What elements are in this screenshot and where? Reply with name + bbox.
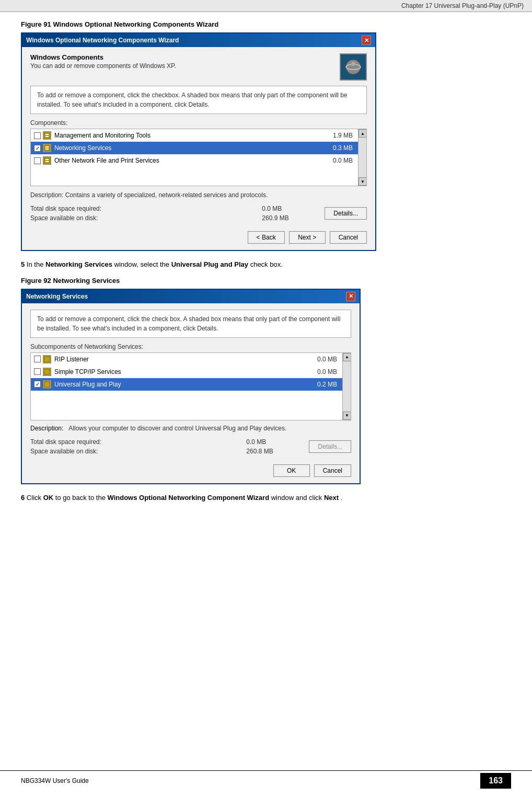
figure91-total-disk-value: 0.0 MB <box>262 205 314 212</box>
figure92-space-value: 260.8 MB <box>246 448 298 455</box>
step6-text3: window and click <box>271 494 324 502</box>
component-item-rip[interactable]: RIP Listener 0.0 MB <box>31 353 351 366</box>
figure92-total-disk-label: Total disk space required: <box>30 438 246 446</box>
figure91-cancel-button[interactable]: Cancel <box>330 231 367 244</box>
figure92-total-disk-value: 0.0 MB <box>246 438 298 446</box>
figure91-titlebar: Windows Optional Networking Components W… <box>22 33 375 47</box>
figure92-body: To add or remove a component, click the … <box>22 303 360 483</box>
figure92-titlebar: Networking Services ✕ <box>22 290 360 303</box>
component-icon-management <box>43 131 51 140</box>
component-checkbox-management[interactable] <box>34 132 41 139</box>
step5-text2: window, select the <box>114 260 171 268</box>
figure92-desc-text: Allows your computer to discover and con… <box>68 425 286 432</box>
step5-text1: In the <box>27 260 45 268</box>
figure91-components-list: Management and Monitoring Tools 1.9 MB ✓… <box>30 129 367 186</box>
component-size-management: 1.9 MB <box>333 132 353 139</box>
component-size-upnp: 0.2 MB <box>317 381 337 388</box>
figure92-ok-button[interactable]: OK <box>273 464 310 477</box>
component-icon-upnp <box>43 380 51 389</box>
step6-text: 6 Click OK to go back to the Windows Opt… <box>21 493 511 504</box>
figure92-details-button[interactable]: Details... <box>309 440 351 453</box>
figure91-title: Windows Optional Networking Components W… <box>26 37 179 44</box>
component-name-tcpip: Simple TCP/IP Services <box>54 368 317 375</box>
figure92-space-label: Space available on disk: <box>30 448 246 455</box>
component-checkbox-other[interactable] <box>34 157 41 164</box>
svg-rect-3 <box>44 133 50 138</box>
figure92-desc-row: Description: Allows your computer to dis… <box>30 425 351 432</box>
figure91-disk-info-row1: Total disk space required: 0.0 MB <box>30 205 314 212</box>
figure91-components-label: Components: <box>30 119 367 127</box>
figure92-cancel-button[interactable]: Cancel <box>314 464 351 477</box>
component-checkbox-upnp[interactable]: ✓ <box>34 381 41 388</box>
component-item-management[interactable]: Management and Monitoring Tools 1.9 MB <box>31 129 366 142</box>
chapter-title: Chapter 17 Universal Plug-and-Play (UPnP… <box>401 2 524 9</box>
figure92-desc-label: Description: <box>30 425 63 432</box>
figure91-dialog: Windows Optional Networking Components W… <box>21 32 376 251</box>
figure92-subcomponents-label: Subcomponents of Networking Services: <box>30 343 351 350</box>
step5-text3: check box. <box>250 260 283 268</box>
figure92-dialog: Networking Services ✕ To add or remove a… <box>21 289 361 484</box>
figure92-title: Networking Services <box>26 293 88 300</box>
component-checkbox-networking[interactable]: ✓ <box>34 145 41 152</box>
chapter-header: Chapter 17 Universal Plug-and-Play (UPnP… <box>0 0 532 12</box>
scrollbar-up[interactable]: ▲ <box>358 129 367 138</box>
figure91-close-button[interactable]: ✕ <box>362 36 371 45</box>
figure91-button-row: < Back Next > Cancel <box>30 231 367 244</box>
figure91-back-button[interactable]: < Back <box>248 231 285 244</box>
scrollbar-down[interactable]: ▼ <box>358 177 367 186</box>
figure91-next-button[interactable]: Next > <box>289 231 326 244</box>
figure91-label: Figure 91 Windows Optional Networking Co… <box>21 20 511 28</box>
wc-section-title: Windows Components <box>30 53 176 61</box>
figure91-description: Description: Contains a variety of speci… <box>30 190 367 200</box>
step6-bold2: Windows Optional Networking Component Wi… <box>108 494 270 502</box>
component-item-networking[interactable]: ✓ Networking Services 0.3 MB <box>31 142 366 154</box>
figure91-body: Windows Components You can add or remove… <box>22 47 375 250</box>
component-name-networking: Networking Services <box>54 144 333 152</box>
svg-rect-7 <box>45 146 49 147</box>
wc-header-left: Windows Components You can add or remove… <box>30 53 176 70</box>
ns-scrollbar-up[interactable]: ▲ <box>343 353 351 361</box>
figure92-close-button[interactable]: ✕ <box>346 292 355 301</box>
step6-text1: Click <box>27 494 43 502</box>
wc-section-subtitle: You can add or remove components of Wind… <box>30 62 176 70</box>
figure92-label: Figure 92 Networking Services <box>21 277 511 284</box>
check-icon-upnp: ✓ <box>36 381 40 387</box>
component-size-other: 0.0 MB <box>333 157 353 164</box>
svg-rect-5 <box>45 136 49 137</box>
component-checkbox-tcpip[interactable] <box>34 368 41 375</box>
ns-scrollbar-down[interactable]: ▼ <box>343 412 351 420</box>
svg-rect-9 <box>44 158 50 163</box>
step5-number: 5 <box>21 260 25 268</box>
step6-bold1: OK <box>43 494 54 502</box>
component-item-other[interactable]: Other Network File and Print Services 0.… <box>31 154 366 167</box>
figure91-instruction: To add or remove a component, click the … <box>30 86 367 114</box>
page-footer: NBG334W User's Guide 163 <box>0 770 532 789</box>
step6-text2: to go back to the <box>55 494 108 502</box>
figure91-space-value: 260.9 MB <box>262 214 314 222</box>
component-item-tcpip[interactable]: Simple TCP/IP Services 0.0 MB <box>31 366 351 378</box>
step5-text: 5 In the Networking Services window, sel… <box>21 259 511 270</box>
step5-bold2: Universal Plug and Play <box>171 260 248 268</box>
component-icon-other <box>43 156 51 165</box>
figure91-space-label: Space available on disk: <box>30 214 262 222</box>
component-checkbox-rip[interactable] <box>34 356 41 362</box>
figure92-button-row: OK Cancel <box>30 464 351 477</box>
svg-rect-14 <box>44 382 50 387</box>
component-size-tcpip: 0.0 MB <box>317 368 337 375</box>
figure92-components-list: RIP Listener 0.0 MB Simple TCP/IP Servic… <box>30 352 351 420</box>
ns-components-scrollbar[interactable]: ▲ ▼ <box>342 353 351 420</box>
figure91-disk-info-row2: Space available on disk: 260.9 MB <box>30 214 314 222</box>
footer-left: NBG334W User's Guide <box>21 777 89 784</box>
svg-rect-13 <box>44 369 50 374</box>
component-size-networking: 0.3 MB <box>333 144 353 152</box>
component-item-upnp[interactable]: ✓ Universal Plug and Play 0.2 MB <box>31 378 351 391</box>
footer-right: 163 <box>480 773 511 789</box>
figure91-details-button[interactable]: Details... <box>325 207 367 220</box>
component-icon-networking <box>43 144 51 152</box>
figure91-total-disk-label: Total disk space required: <box>30 205 262 212</box>
component-name-other: Other Network File and Print Services <box>54 157 333 164</box>
svg-rect-8 <box>45 149 49 150</box>
svg-point-2 <box>351 62 355 66</box>
components-scrollbar[interactable]: ▲ ▼ <box>358 129 366 186</box>
figure92-instruction: To add or remove a component, click the … <box>30 310 351 338</box>
